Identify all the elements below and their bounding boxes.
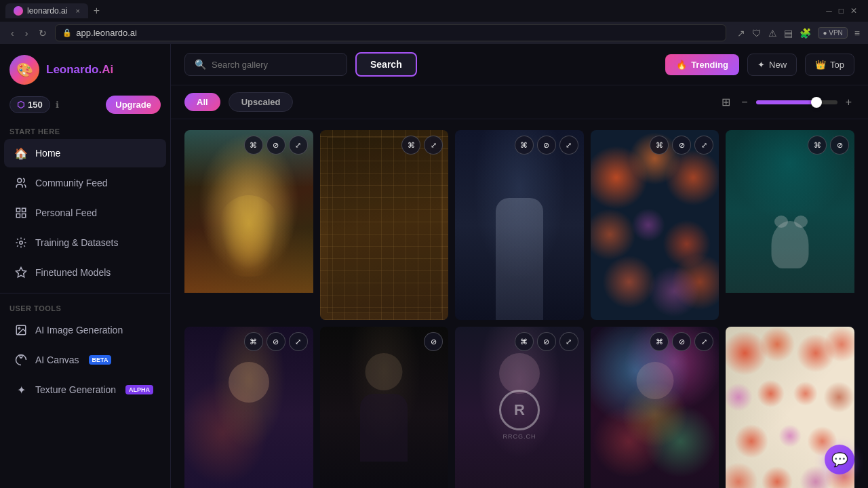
trending-button[interactable]: 🔥 Trending	[665, 54, 739, 75]
gallery-item-2[interactable]: ⌘ ⤢	[320, 130, 449, 320]
upgrade-button[interactable]: Upgrade	[106, 96, 161, 114]
alert-icon[interactable]: ⚠	[768, 28, 777, 39]
item-8-generate-btn[interactable]: ⌘	[515, 332, 534, 351]
sidebar-item-ai-image[interactable]: AI Image Generation	[4, 316, 166, 344]
top-button[interactable]: 👑 Top	[805, 54, 854, 76]
item-2-actions: ⌘ ⤢	[401, 136, 443, 155]
item-4-generate-btn[interactable]: ⌘	[650, 136, 669, 155]
sidebar-item-community-feed[interactable]: Community Feed	[4, 169, 166, 197]
tab-close-button[interactable]: ×	[75, 7, 79, 15]
item-6-options-btn[interactable]: ⊘	[267, 332, 285, 351]
training-icon	[14, 235, 28, 250]
item-6-generate-btn[interactable]: ⌘	[244, 332, 263, 351]
search-button[interactable]: Search	[355, 52, 417, 77]
gallery-item-7[interactable]: ⊘	[320, 327, 449, 488]
item-6-expand-btn[interactable]: ⤢	[289, 332, 308, 351]
item-9-generate-btn[interactable]: ⌘	[650, 332, 669, 351]
item-1-expand-btn[interactable]: ⤢	[289, 136, 308, 155]
finetuned-icon	[14, 265, 28, 280]
all-filter-button[interactable]: All	[184, 93, 220, 111]
sidebar: 🎨 Leonardo.Ai ⬡ 150 ℹ Upgrade Start Here…	[0, 44, 171, 488]
new-button[interactable]: ✦ New	[747, 54, 797, 76]
chat-icon: 💬	[831, 451, 848, 468]
forward-button[interactable]: ›	[22, 26, 31, 40]
gallery-item-6[interactable]: ⌘ ⊘ ⤢	[184, 327, 313, 488]
gallery-item-4[interactable]: ⌘ ⊘ ⤢	[591, 130, 719, 320]
new-tab-button[interactable]: +	[94, 5, 100, 17]
user-tools-label: User Tools	[0, 299, 170, 315]
active-tab[interactable]: leonardo.ai ×	[5, 3, 88, 18]
gallery-item-5[interactable]: ⌘ ⊘	[726, 130, 854, 320]
sidebar-item-personal-feed[interactable]: Personal Feed	[4, 199, 166, 227]
svg-rect-1	[16, 208, 20, 211]
sidebar-item-ai-canvas[interactable]: AI Canvas BETA	[4, 346, 166, 374]
search-icon-small: 🔍	[195, 59, 206, 70]
personal-feed-icon	[14, 205, 28, 220]
zoom-thumb[interactable]	[811, 97, 822, 108]
zoom-slider-container[interactable]	[756, 100, 837, 104]
item-4-expand-btn[interactable]: ⤢	[694, 136, 713, 155]
chat-button[interactable]: 💬	[825, 445, 854, 474]
window-close[interactable]: ✕	[850, 6, 857, 16]
svg-rect-2	[22, 208, 26, 211]
grid-view-button[interactable]: ⊞	[719, 93, 733, 111]
item-3-generate-btn[interactable]: ⌘	[515, 136, 534, 155]
item-3-options-btn[interactable]: ⊘	[537, 136, 556, 155]
ai-image-label: AI Image Generation	[35, 325, 123, 336]
sidebar-item-training[interactable]: Training & Datasets	[4, 228, 166, 257]
sidebar-item-texture[interactable]: ✦ Texture Generation ALPHA	[4, 375, 166, 404]
top-bar: 🔍 Search 🔥 Trending ✦ New 👑 Top	[171, 44, 868, 85]
gallery-item-9[interactable]: ⌘ ⊘ ⤢	[591, 327, 719, 488]
menu-icon[interactable]: ≡	[854, 28, 860, 39]
texture-icon: ✦	[14, 382, 28, 397]
gallery-item-1[interactable]: ⌘ ⊘ ⤢	[184, 130, 313, 320]
beta-badge: BETA	[89, 355, 112, 365]
item-4-options-btn[interactable]: ⊘	[672, 136, 691, 155]
sidebar-item-home[interactable]: 🏠 Home	[4, 139, 166, 167]
window-minimize[interactable]: ─	[826, 6, 832, 16]
trending-label: Trending	[691, 60, 728, 70]
credits-row: ⬡ 150 ℹ Upgrade	[0, 96, 170, 122]
upscaled-filter-button[interactable]: Upscaled	[229, 92, 294, 112]
new-icon: ✦	[757, 60, 765, 70]
main-content: 🔍 Search 🔥 Trending ✦ New 👑 Top All Upsc…	[171, 44, 868, 488]
item-1-generate-btn[interactable]: ⌘	[244, 136, 263, 155]
shield-icon[interactable]: 🛡	[752, 28, 762, 39]
sidebar-divider	[0, 293, 170, 293]
search-input[interactable]	[212, 60, 337, 70]
sidebar-logo: 🎨 Leonardo.Ai	[0, 44, 170, 96]
sidebar-item-finetuned[interactable]: Finetuned Models	[4, 258, 166, 287]
zoom-in-button[interactable]: +	[843, 94, 854, 111]
item-2-expand-btn[interactable]: ⤢	[424, 136, 443, 155]
item-3-expand-btn[interactable]: ⤢	[559, 136, 578, 155]
tab-title: leonardo.ai	[27, 6, 67, 16]
info-icon[interactable]: ℹ	[56, 100, 59, 110]
item-8-expand-btn[interactable]: ⤢	[559, 332, 578, 351]
gallery-item-8[interactable]: ⌘ ⊘ ⤢ R RRCG.CH	[455, 327, 584, 488]
item-5-generate-btn[interactable]: ⌘	[808, 136, 827, 155]
item-7-options-btn[interactable]: ⊘	[424, 332, 443, 351]
logo-avatar: 🎨	[9, 55, 39, 85]
gallery-item-3[interactable]: ⌘ ⊘ ⤢	[455, 130, 584, 320]
reload-button[interactable]: ↻	[36, 26, 50, 40]
vpn-badge: ● VPN	[818, 27, 847, 39]
grid-controls: ⊞ − +	[719, 93, 854, 111]
lock-icon: 🔒	[62, 28, 72, 37]
ai-canvas-icon	[14, 352, 28, 367]
item-1-options-btn[interactable]: ⊘	[267, 136, 285, 155]
back-button[interactable]: ‹	[8, 26, 17, 40]
zoom-out-button[interactable]: −	[738, 94, 750, 111]
sidebar-toggle[interactable]: ▤	[784, 28, 793, 39]
item-5-options-btn[interactable]: ⊘	[830, 136, 849, 155]
personal-feed-label: Personal Feed	[35, 207, 97, 218]
window-maximize[interactable]: □	[839, 6, 844, 16]
item-8-options-btn[interactable]: ⊘	[537, 332, 556, 351]
extensions-icon[interactable]: 🧩	[800, 28, 811, 39]
search-box[interactable]: 🔍	[184, 53, 347, 76]
url-input[interactable]: 🔒 app.leonardo.ai	[55, 24, 726, 41]
item-9-options-btn[interactable]: ⊘	[672, 332, 691, 351]
zoom-slider[interactable]	[756, 100, 837, 104]
item-9-expand-btn[interactable]: ⤢	[694, 332, 713, 351]
item-2-generate-btn[interactable]: ⌘	[401, 136, 420, 155]
share-icon[interactable]: ↗	[737, 28, 745, 39]
